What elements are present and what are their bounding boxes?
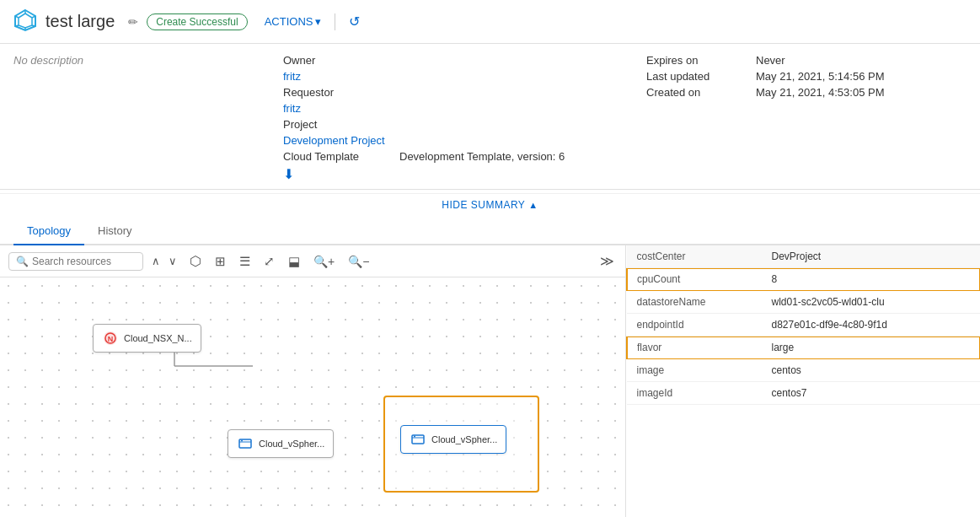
panel-row-key: imageId [627, 382, 762, 405]
panel-row-key: cpuCount [627, 268, 762, 291]
created-on-label: Created on [646, 86, 756, 99]
summary-left: No description [13, 54, 249, 182]
vsphere2-icon [410, 431, 426, 448]
cloud-template-label: Cloud Template [283, 150, 393, 163]
panel-row-value: centos7 [762, 382, 980, 405]
summary-middle: Owner fritz Requestor fritz Project Deve… [249, 54, 646, 182]
right-panel: costCenter DevProject cpuCount8datastore… [626, 245, 980, 517]
summary-section: No description Owner fritz Requestor fri… [0, 44, 980, 190]
project-label: Project [283, 118, 393, 131]
panel-row: cpuCount8 [627, 268, 980, 291]
panel-row-key: flavor [627, 337, 762, 359]
expires-value: Never [756, 54, 785, 67]
panel-row-value: wld01-sc2vc05-wld01-clu [762, 291, 980, 314]
header-divider [335, 13, 335, 30]
svg-text:N: N [108, 335, 114, 343]
panel-row-key: datastoreName [627, 291, 762, 314]
node-vsphere1[interactable]: Cloud_vSpher... [228, 429, 334, 458]
create-status-badge: Create Successful [147, 13, 247, 30]
search-resources-box[interactable]: 🔍 [8, 252, 143, 271]
tab-bar: Topology History [0, 216, 980, 245]
panel-row-value: d827e01c-df9e-4c80-9f1d [762, 314, 980, 337]
panel-row: endpointIdd827e01c-df9e-4c80-9f1d [627, 314, 980, 337]
owner-value[interactable]: fritz [283, 70, 301, 83]
summary-right: Expires on Never Last updated May 21, 20… [646, 54, 967, 182]
tab-topology[interactable]: Topology [13, 216, 84, 245]
tab-history[interactable]: History [84, 216, 145, 245]
node-nsx-label: Cloud_NSX_N... [124, 333, 192, 343]
nav-arrows: ∧ ∨ [148, 253, 180, 269]
node-vsphere2[interactable]: Cloud_vSpher... [400, 425, 506, 454]
zoom-in-icon[interactable]: 🔍+ [309, 252, 339, 271]
panel-row: imagecentos [627, 359, 980, 382]
panel-row-value: centos [762, 359, 980, 382]
svg-line-4 [32, 25, 35, 26]
svg-point-18 [241, 440, 243, 442]
panel-row: datastoreNamewld01-sc2vc05-wld01-clu [627, 291, 980, 314]
download-icon[interactable]: ⬇ [283, 166, 646, 182]
app-logo [13, 8, 37, 35]
topology-icon[interactable]: ⬡ [185, 250, 206, 272]
canvas[interactable]: N Cloud_NSX_N... Cloud_vSpher... [0, 277, 625, 517]
next-arrow[interactable]: ∨ [165, 253, 180, 269]
vsphere1-icon [237, 435, 254, 452]
col-value-header: DevProject [762, 245, 980, 268]
canvas-area: 🔍 ∧ ∨ ⬡ ⊞ ☰ ⤢ ⬓ 🔍+ 🔍− ≫ [0, 245, 626, 517]
canvas-toolbar: 🔍 ∧ ∨ ⬡ ⊞ ☰ ⤢ ⬓ 🔍+ 🔍− ≫ [0, 245, 625, 277]
list-icon[interactable]: ☰ [235, 251, 254, 272]
panel-row-value: 8 [762, 268, 980, 291]
zoom-out-icon[interactable]: 🔍− [344, 252, 373, 271]
node-vsphere1-label: Cloud_vSpher... [259, 439, 324, 449]
last-updated-label: Last updated [646, 70, 756, 83]
panel-row-key: endpointId [627, 314, 762, 337]
grid-icon[interactable]: ⊞ [211, 251, 230, 272]
search-input[interactable] [32, 256, 133, 267]
prev-arrow[interactable]: ∧ [148, 253, 163, 269]
refresh-icon[interactable]: ↺ [349, 13, 360, 30]
nsx-icon: N [102, 330, 119, 347]
collapse-icon[interactable]: ⬓ [284, 251, 304, 272]
actions-menu-button[interactable]: ACTIONS ▾ [265, 15, 322, 28]
hide-summary-button[interactable]: HIDE SUMMARY ▲ [0, 193, 980, 216]
panel-row-value: large [762, 337, 980, 359]
fit-icon[interactable]: ⤢ [260, 251, 279, 272]
col-key-header: costCenter [627, 245, 762, 268]
cloud-template-value: Development Template, version: 6 [399, 150, 565, 163]
panel-row: imageIdcentos7 [627, 382, 980, 405]
topology-area: 🔍 ∧ ∨ ⬡ ⊞ ☰ ⤢ ⬓ 🔍+ 🔍− ≫ [0, 245, 980, 517]
node-vsphere2-label: Cloud_vSpher... [431, 434, 497, 444]
project-value[interactable]: Development Project [283, 134, 385, 147]
expires-label: Expires on [646, 54, 756, 67]
app-header: test large ✏ Create Successful ACTIONS ▾… [0, 0, 980, 44]
edit-icon[interactable]: ✏ [128, 15, 138, 29]
panel-row: flavorlarge [627, 337, 980, 359]
search-icon: 🔍 [16, 256, 29, 267]
svg-point-21 [414, 436, 415, 438]
requestor-label: Requestor [283, 86, 393, 99]
last-updated-value: May 21, 2021, 5:14:56 PM [756, 70, 884, 83]
svg-line-6 [15, 25, 19, 26]
node-nsx[interactable]: N Cloud_NSX_N... [93, 324, 201, 353]
requestor-value[interactable]: fritz [283, 102, 301, 115]
expand-panel-icon[interactable]: ≫ [597, 250, 617, 272]
owner-label: Owner [283, 54, 393, 67]
panel-header-row: costCenter DevProject [627, 245, 980, 268]
panel-row-key: image [627, 359, 762, 382]
properties-table: costCenter DevProject cpuCount8datastore… [626, 245, 980, 405]
svg-marker-1 [19, 13, 32, 28]
app-title: test large [46, 12, 115, 31]
created-on-value: May 21, 2021, 4:53:05 PM [756, 86, 884, 99]
no-description: No description [13, 54, 83, 67]
